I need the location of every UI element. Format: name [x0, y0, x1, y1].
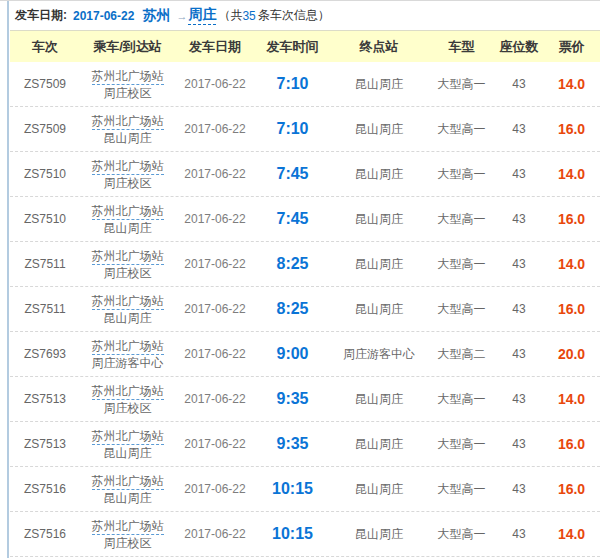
departure-date: 2017-06-22	[175, 122, 255, 136]
schedule-page: 发车日期: 2017-06-22 苏州 → 周庄 （共 35 条车次信息） 车次…	[0, 0, 600, 558]
station-cell: 苏州北广场站 昆山周庄	[80, 293, 175, 326]
result-count-prefix: （共	[218, 7, 242, 24]
arrival-station: 昆山周庄	[80, 445, 175, 461]
departure-time: 7:45	[255, 165, 330, 183]
seat-count: 43	[495, 167, 543, 181]
seat-count: 43	[495, 122, 543, 136]
station-cell: 苏州北广场站 周庄校区	[80, 518, 175, 551]
table-row: ZS7510 苏州北广场站 昆山周庄 2017-06-22 7:45 昆山周庄 …	[10, 197, 600, 242]
departure-date: 2017-06-22	[175, 302, 255, 316]
header-bus-type: 车型	[428, 38, 495, 56]
seat-count: 43	[495, 302, 543, 316]
boarding-station-link[interactable]: 苏州北广场站	[92, 473, 164, 490]
departure-time: 10:15	[255, 480, 330, 498]
header-train-no: 车次	[10, 38, 80, 56]
departure-date-label: 发车日期:	[15, 7, 67, 24]
terminal-station: 昆山周庄	[330, 436, 428, 453]
ticket-price: 14.0	[543, 76, 600, 92]
train-number: ZS7510	[10, 167, 80, 181]
departure-date: 2017-06-22	[175, 347, 255, 361]
station-cell: 苏州北广场站 周庄校区	[80, 68, 175, 101]
departure-time: 9:35	[255, 435, 330, 453]
bus-type: 大型高二	[428, 346, 495, 363]
departure-time: 8:25	[255, 255, 330, 273]
arrival-station: 昆山周庄	[80, 130, 175, 146]
ticket-price: 20.0	[543, 346, 600, 362]
arrival-station: 昆山周庄	[80, 310, 175, 326]
ticket-price: 16.0	[543, 481, 600, 497]
bus-type: 大型高一	[428, 121, 495, 138]
arrival-station: 周庄校区	[80, 175, 175, 191]
bus-type: 大型高一	[428, 76, 495, 93]
train-number: ZS7509	[10, 122, 80, 136]
boarding-station-link[interactable]: 苏州北广场站	[92, 158, 164, 175]
table-body: ZS7509 苏州北广场站 周庄校区 2017-06-22 7:10 昆山周庄 …	[10, 62, 600, 557]
header-time: 发车时间	[255, 38, 330, 56]
station-cell: 苏州北广场站 周庄校区	[80, 383, 175, 416]
station-cell: 苏州北广场站 周庄游客中心	[80, 338, 175, 371]
ticket-price: 14.0	[543, 166, 600, 182]
departure-date: 2017-06-22	[175, 482, 255, 496]
arrival-station: 周庄校区	[80, 535, 175, 551]
terminal-station: 昆山周庄	[330, 121, 428, 138]
terminal-station: 昆山周庄	[330, 76, 428, 93]
terminal-station: 昆山周庄	[330, 481, 428, 498]
departure-time: 7:45	[255, 210, 330, 228]
bus-type: 大型高一	[428, 166, 495, 183]
seat-count: 43	[495, 392, 543, 406]
to-city-link[interactable]: 周庄	[188, 6, 216, 25]
train-number: ZS7511	[10, 257, 80, 271]
header-terminal: 终点站	[330, 38, 428, 56]
result-count-suffix: 条车次信息）	[258, 7, 330, 24]
boarding-station-link[interactable]: 苏州北广场站	[92, 248, 164, 265]
terminal-station: 昆山周庄	[330, 211, 428, 228]
table-row: ZS7509 苏州北广场站 昆山周庄 2017-06-22 7:10 昆山周庄 …	[10, 107, 600, 152]
train-number: ZS7510	[10, 212, 80, 226]
from-city-link[interactable]: 苏州	[142, 7, 170, 25]
departure-time: 9:35	[255, 390, 330, 408]
seat-count: 43	[495, 212, 543, 226]
bus-type: 大型高一	[428, 391, 495, 408]
route-arrow-icon: →	[176, 10, 187, 22]
table-row: ZS7510 苏州北广场站 周庄校区 2017-06-22 7:45 昆山周庄 …	[10, 152, 600, 197]
terminal-station: 周庄游客中心	[330, 346, 428, 363]
ticket-price: 16.0	[543, 301, 600, 317]
header-seats: 座位数	[495, 38, 543, 56]
boarding-station-link[interactable]: 苏州北广场站	[92, 338, 164, 355]
departure-date: 2017-06-22	[175, 77, 255, 91]
left-border-line	[7, 1, 9, 558]
table-row: ZS7693 苏州北广场站 周庄游客中心 2017-06-22 9:00 周庄游…	[10, 332, 600, 377]
ticket-price: 16.0	[543, 436, 600, 452]
boarding-station-link[interactable]: 苏州北广场站	[92, 518, 164, 535]
departure-date: 2017-06-22	[175, 257, 255, 271]
bus-type: 大型高一	[428, 436, 495, 453]
departure-time: 7:10	[255, 120, 330, 138]
station-cell: 苏州北广场站 昆山周庄	[80, 473, 175, 506]
ticket-price: 14.0	[543, 256, 600, 272]
station-cell: 苏州北广场站 昆山周庄	[80, 113, 175, 146]
departure-date: 2017-06-22	[175, 212, 255, 226]
boarding-station-link[interactable]: 苏州北广场站	[92, 203, 164, 220]
boarding-station-link[interactable]: 苏州北广场站	[92, 428, 164, 445]
ticket-price: 14.0	[543, 391, 600, 407]
boarding-station-link[interactable]: 苏州北广场站	[92, 383, 164, 400]
arrival-station: 周庄校区	[80, 85, 175, 101]
station-cell: 苏州北广场站 周庄校区	[80, 248, 175, 281]
departure-date-link[interactable]: 2017-06-22	[73, 9, 134, 23]
departure-time: 8:25	[255, 300, 330, 318]
arrival-station: 昆山周庄	[80, 220, 175, 236]
table-row: ZS7511 苏州北广场站 周庄校区 2017-06-22 8:25 昆山周庄 …	[10, 242, 600, 287]
train-number: ZS7509	[10, 77, 80, 91]
boarding-station-link[interactable]: 苏州北广场站	[92, 113, 164, 130]
boarding-station-link[interactable]: 苏州北广场站	[92, 293, 164, 310]
train-number: ZS7513	[10, 437, 80, 451]
train-number: ZS7516	[10, 482, 80, 496]
departure-date: 2017-06-22	[175, 392, 255, 406]
table-row: ZS7513 苏州北广场站 周庄校区 2017-06-22 9:35 昆山周庄 …	[10, 377, 600, 422]
seat-count: 43	[495, 527, 543, 541]
terminal-station: 昆山周庄	[330, 301, 428, 318]
arrival-station: 周庄游客中心	[80, 355, 175, 371]
train-number: ZS7511	[10, 302, 80, 316]
station-cell: 苏州北广场站 周庄校区	[80, 158, 175, 191]
boarding-station-link[interactable]: 苏州北广场站	[92, 68, 164, 85]
